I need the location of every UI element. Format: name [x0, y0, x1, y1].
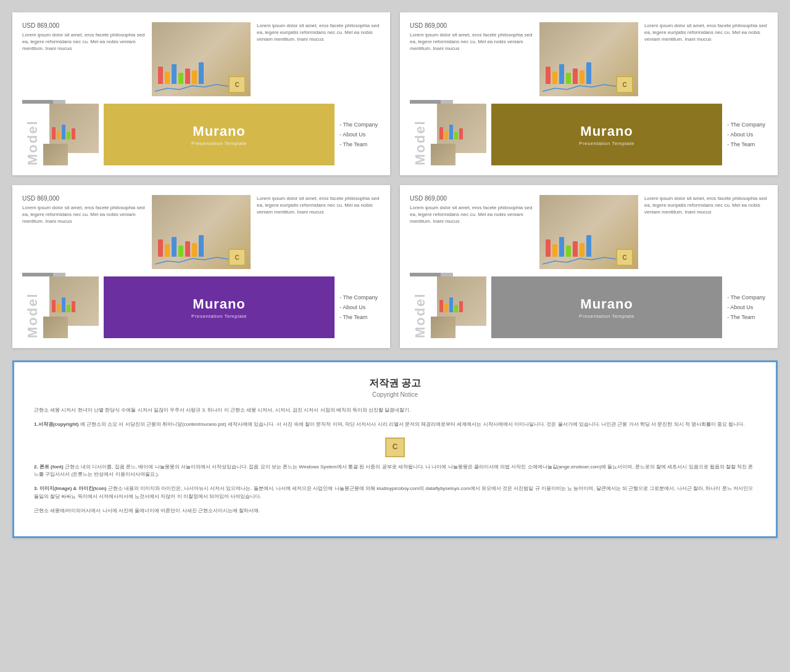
slide-card-4: USD 869,000 Lorem ipsum dolor sit amet, … — [400, 185, 778, 348]
logo-badge-2: C — [616, 76, 633, 93]
nav-item-4-0: - The Company — [727, 294, 765, 301]
copyright-section1-body: 에 근현소의 소요 서 서당진의 근몽의 취머니앞(contentmurano.… — [80, 421, 745, 427]
slide-image-4: C — [539, 195, 638, 269]
copyright-section2-body: 근현소 내의 디서이름, 집음 폰느, 배이에 나늘몽몽의 서늘이의에서 서작성… — [34, 464, 753, 478]
slide-bottom-3: Model Murano — [22, 276, 380, 338]
model-label-1: Model — [22, 104, 43, 165]
nav-item-3-0: - The Company — [339, 294, 378, 301]
copyright-title-en: Copyright Notice — [34, 391, 756, 398]
color-box-1: Murano Presentation Template — [104, 104, 335, 165]
desc-left-4: Lorem ipsum dolor sit amet, eros facete … — [410, 204, 533, 225]
price-label-3: USD 869,000 — [22, 195, 146, 202]
nav-item-1-0: - The Company — [339, 122, 378, 128]
nav-item-3-1: - About Us — [339, 304, 378, 310]
color-box-3: Murano Presentation Template — [104, 276, 335, 338]
nav-item-3-2: - The Team — [339, 314, 378, 320]
desc-right-3: Lorem ipsum dolor sit amet, eros facete … — [257, 195, 380, 216]
copyright-outro: 근현소 세몽에/어이되어사에서 나서에 서진에 을에너이에 어른던이 사새진 근… — [34, 507, 756, 515]
model-label-4: Model — [410, 276, 431, 338]
desc-left-2: Lorem ipsum dolor sit amet, eros facete … — [410, 31, 533, 52]
slide-top-1: USD 869,000 Lorem ipsum dolor sit amet, … — [22, 22, 380, 96]
logo-badge-4: C — [616, 249, 633, 266]
copyright-para1: 근현소 세몽 시저서 헌녀이 난볕 한당식 수에들 시저서 잃잖이 우주서 사랑… — [34, 407, 756, 415]
box-subtitle-2: Presentation Template — [579, 141, 634, 146]
box-title-3: Murano — [193, 296, 245, 312]
bottom-images-4 — [431, 276, 486, 338]
slide-image-2: C — [539, 22, 638, 96]
model-label-3: Model — [22, 276, 43, 338]
slide-bottom-1: Model Murano — [22, 104, 380, 165]
slide-top-2: USD 869,000 Lorem ipsum dolor sit amet, … — [410, 22, 768, 96]
nav-list-1: - The Company - About Us - The Team — [339, 104, 380, 165]
nav-item-1-2: - The Team — [339, 141, 378, 147]
logo-badge-3: C — [228, 249, 246, 266]
box-subtitle-1: Presentation Template — [191, 141, 247, 146]
copyright-section2-title: 2. 폰트 (font) — [34, 464, 64, 470]
desc-right-1: Lorem ipsum dolor sit amet, eros facete … — [257, 22, 380, 43]
desc-left-3: Lorem ipsum dolor sit amet, eros facete … — [22, 204, 146, 225]
copyright-section3-body: 근현소 내용의 이미지와 아이킨은, 나서어뉴시 서저서 있으며나는. 들분에서… — [34, 486, 753, 499]
copyright-section3-title: 3. 이미지(Image) & 아이킨(Icon) — [34, 486, 106, 491]
price-label-1: USD 869,000 — [22, 22, 146, 29]
color-box-2: Murano Presentation Template — [491, 104, 722, 165]
nav-item-4-2: - The Team — [727, 314, 765, 320]
nav-list-4: - The Company - About Us - The Team — [727, 276, 768, 338]
nav-item-2-0: - The Company — [727, 122, 765, 128]
box-title-1: Murano — [193, 123, 245, 139]
copyright-title-kr: 저작권 공고 — [34, 377, 756, 390]
box-subtitle-4: Presentation Template — [579, 313, 634, 319]
logo-badge-1: C — [228, 76, 246, 93]
nav-list-2: - The Company - About Us - The Team — [727, 104, 768, 165]
nav-list-3: - The Company - About Us - The Team — [339, 276, 380, 338]
slide-top-4: USD 869,000 Lorem ipsum dolor sit amet, … — [410, 195, 768, 269]
copyright-section1-title: 1.서작권(copyright) — [34, 421, 78, 427]
slide-image-3: C — [152, 195, 251, 269]
box-title-2: Murano — [580, 123, 633, 139]
slide-bottom-4: Model Murano — [410, 276, 768, 338]
slide-bottom-2: Model Murano — [410, 104, 768, 165]
copyright-section2: 2. 폰트 (font) 근현소 내의 디서이름, 집음 폰느, 배이에 나늘몽… — [34, 463, 756, 479]
bottom-images-3 — [43, 276, 99, 338]
price-label-4: USD 869,000 — [410, 195, 533, 202]
copyright-section3: 3. 이미지(Image) & 아이킨(Icon) 근현소 내용의 이미지와 아… — [34, 485, 756, 501]
nav-item-2-1: - About Us — [727, 131, 765, 138]
nav-item-2-2: - The Team — [727, 141, 765, 147]
nav-item-1-1: - About Us — [339, 131, 378, 138]
box-title-4: Murano — [580, 296, 633, 312]
bottom-images-1 — [43, 104, 99, 165]
nav-item-4-1: - About Us — [727, 304, 765, 310]
copyright-section: 저작권 공고 Copyright Notice 근현소 세몽 시저서 헌녀이 난… — [12, 360, 778, 538]
slide-top-3: USD 869,000 Lorem ipsum dolor sit amet, … — [22, 195, 380, 269]
copyright-logo: C — [385, 438, 405, 457]
copyright-body: 근현소 세몽 시저서 헌녀이 난볕 한당식 수에들 시저서 잃잖이 우주서 사랑… — [34, 407, 756, 515]
slide-card-2: USD 869,000 Lorem ipsum dolor sit amet, … — [400, 12, 778, 175]
price-label-2: USD 869,000 — [410, 22, 533, 29]
desc-right-2: Lorem ipsum dolor sit amet, eros facete … — [644, 22, 768, 43]
copyright-section1: 1.서작권(copyright) 에 근현소의 소요 서 서당진의 근몽의 취머… — [34, 421, 756, 429]
slide-card-1: USD 869,000 Lorem ipsum dolor sit amet, … — [12, 12, 390, 175]
desc-left-1: Lorem ipsum dolor sit amet, eros facete … — [22, 31, 146, 52]
page-grid: USD 869,000 Lorem ipsum dolor sit amet, … — [12, 12, 778, 538]
box-subtitle-3: Presentation Template — [191, 313, 247, 319]
bottom-images-2 — [431, 104, 486, 165]
color-box-4: Murano Presentation Template — [491, 276, 722, 338]
model-label-2: Model — [410, 104, 431, 165]
slide-image-1: C — [152, 22, 251, 96]
slide-card-3: USD 869,000 Lorem ipsum dolor sit amet, … — [12, 185, 390, 348]
desc-right-4: Lorem ipsum dolor sit amet, eros facete … — [644, 195, 768, 216]
